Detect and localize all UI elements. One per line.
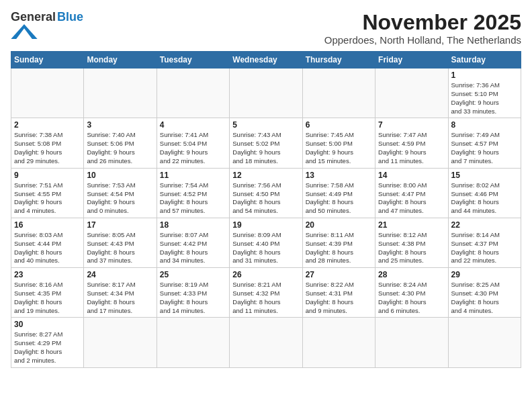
day-info: Sunrise: 8:11 AM Sunset: 4:39 PM Dayligh…: [306, 231, 372, 265]
day-info: Sunrise: 7:58 AM Sunset: 4:49 PM Dayligh…: [306, 181, 372, 216]
logo: General Blue: [11, 11, 83, 39]
calendar-cell: 19Sunrise: 8:09 AM Sunset: 4:40 PM Dayli…: [230, 218, 302, 267]
calendar-week-row: 2Sunrise: 7:38 AM Sunset: 5:08 PM Daylig…: [11, 118, 521, 168]
day-number: 5: [232, 120, 299, 130]
day-number: 22: [451, 220, 518, 230]
calendar-cell: 30Sunrise: 8:27 AM Sunset: 4:29 PM Dayli…: [11, 318, 84, 367]
calendar-cell: 20Sunrise: 8:11 AM Sunset: 4:39 PM Dayli…: [302, 218, 375, 267]
calendar-week-row: 16Sunrise: 8:03 AM Sunset: 4:44 PM Dayli…: [11, 218, 521, 267]
calendar-cell: 25Sunrise: 8:19 AM Sunset: 4:33 PM Dayli…: [157, 268, 229, 318]
day-number: 23: [14, 270, 81, 279]
calendar-cell: 2Sunrise: 7:38 AM Sunset: 5:08 PM Daylig…: [11, 118, 84, 168]
calendar-cell: 15Sunrise: 8:02 AM Sunset: 4:46 PM Dayli…: [448, 168, 521, 218]
logo-text-general: General: [11, 11, 56, 23]
day-info: Sunrise: 8:09 AM Sunset: 4:40 PM Dayligh…: [232, 231, 299, 265]
day-info: Sunrise: 8:25 AM Sunset: 4:30 PM Dayligh…: [451, 281, 518, 315]
calendar-cell: 6Sunrise: 7:45 AM Sunset: 5:00 PM Daylig…: [302, 118, 375, 168]
day-info: Sunrise: 8:21 AM Sunset: 4:32 PM Dayligh…: [232, 281, 299, 315]
day-number: 1: [451, 71, 518, 80]
calendar-cell: 18Sunrise: 8:07 AM Sunset: 4:42 PM Dayli…: [157, 218, 229, 267]
day-number: 8: [451, 120, 518, 130]
day-number: 9: [14, 171, 81, 180]
day-info: Sunrise: 7:51 AM Sunset: 4:55 PM Dayligh…: [14, 181, 81, 216]
day-number: 15: [451, 171, 518, 180]
calendar-cell: [157, 318, 229, 367]
day-number: 2: [14, 120, 81, 130]
calendar-cell: 17Sunrise: 8:05 AM Sunset: 4:43 PM Dayli…: [84, 218, 157, 267]
weekday-header-saturday: Saturday: [448, 52, 521, 68]
day-info: Sunrise: 7:54 AM Sunset: 4:52 PM Dayligh…: [160, 181, 226, 216]
day-number: 10: [87, 171, 153, 180]
calendar-cell: [302, 68, 375, 118]
day-number: 6: [306, 120, 372, 130]
day-number: 18: [160, 220, 226, 230]
day-number: 7: [378, 120, 445, 130]
day-info: Sunrise: 7:41 AM Sunset: 5:04 PM Dayligh…: [160, 131, 226, 165]
day-info: Sunrise: 8:22 AM Sunset: 4:31 PM Dayligh…: [306, 281, 372, 315]
calendar-cell: [84, 68, 157, 118]
day-info: Sunrise: 7:53 AM Sunset: 4:54 PM Dayligh…: [87, 181, 153, 216]
calendar-cell: [230, 68, 302, 118]
day-info: Sunrise: 8:24 AM Sunset: 4:30 PM Dayligh…: [378, 281, 445, 315]
calendar-cell: 3Sunrise: 7:40 AM Sunset: 5:06 PM Daylig…: [84, 118, 157, 168]
day-info: Sunrise: 8:17 AM Sunset: 4:34 PM Dayligh…: [87, 281, 153, 315]
weekday-header-monday: Monday: [84, 52, 157, 68]
page-header: General Blue November 2025 Opperdoes, No…: [11, 11, 521, 46]
calendar-cell: [157, 68, 229, 118]
calendar-cell: 4Sunrise: 7:41 AM Sunset: 5:04 PM Daylig…: [157, 118, 229, 168]
calendar-cell: 7Sunrise: 7:47 AM Sunset: 4:59 PM Daylig…: [375, 118, 448, 168]
calendar-cell: 16Sunrise: 8:03 AM Sunset: 4:44 PM Dayli…: [11, 218, 84, 267]
calendar-cell: [302, 318, 375, 367]
day-number: 29: [451, 270, 518, 279]
calendar-cell: 28Sunrise: 8:24 AM Sunset: 4:30 PM Dayli…: [375, 268, 448, 318]
day-number: 16: [14, 220, 81, 230]
day-info: Sunrise: 8:03 AM Sunset: 4:44 PM Dayligh…: [14, 231, 81, 265]
logo-text-blue: Blue: [57, 11, 83, 23]
day-info: Sunrise: 7:43 AM Sunset: 5:02 PM Dayligh…: [232, 131, 299, 165]
calendar-week-row: 30Sunrise: 8:27 AM Sunset: 4:29 PM Dayli…: [11, 318, 521, 367]
weekday-header-thursday: Thursday: [302, 52, 375, 68]
day-number: 3: [87, 120, 153, 130]
location-title: Opperdoes, North Holland, The Netherland…: [324, 34, 521, 46]
month-title: November 2025: [324, 11, 521, 34]
calendar-cell: [375, 68, 448, 118]
weekday-header-tuesday: Tuesday: [157, 52, 229, 68]
calendar-cell: 22Sunrise: 8:14 AM Sunset: 4:37 PM Dayli…: [448, 218, 521, 267]
day-number: 19: [232, 220, 299, 230]
calendar-cell: 10Sunrise: 7:53 AM Sunset: 4:54 PM Dayli…: [84, 168, 157, 218]
day-number: 13: [306, 171, 372, 180]
day-info: Sunrise: 8:14 AM Sunset: 4:37 PM Dayligh…: [451, 231, 518, 265]
day-number: 14: [378, 171, 445, 180]
day-info: Sunrise: 8:00 AM Sunset: 4:47 PM Dayligh…: [378, 181, 445, 216]
calendar-cell: [375, 318, 448, 367]
calendar-cell: 11Sunrise: 7:54 AM Sunset: 4:52 PM Dayli…: [157, 168, 229, 218]
calendar-cell: 24Sunrise: 8:17 AM Sunset: 4:34 PM Dayli…: [84, 268, 157, 318]
calendar-cell: 27Sunrise: 8:22 AM Sunset: 4:31 PM Dayli…: [302, 268, 375, 318]
calendar-cell: [84, 318, 157, 367]
day-number: 28: [378, 270, 445, 279]
calendar-cell: 12Sunrise: 7:56 AM Sunset: 4:50 PM Dayli…: [230, 168, 302, 218]
day-info: Sunrise: 7:56 AM Sunset: 4:50 PM Dayligh…: [232, 181, 299, 216]
day-number: 27: [306, 270, 372, 279]
title-block: November 2025 Opperdoes, North Holland, …: [324, 11, 521, 46]
day-info: Sunrise: 7:40 AM Sunset: 5:06 PM Dayligh…: [87, 131, 153, 165]
calendar-cell: 1Sunrise: 7:36 AM Sunset: 5:10 PM Daylig…: [448, 68, 521, 118]
calendar-table: SundayMondayTuesdayWednesdayThursdayFrid…: [11, 51, 521, 368]
calendar-cell: 13Sunrise: 7:58 AM Sunset: 4:49 PM Dayli…: [302, 168, 375, 218]
calendar-cell: 21Sunrise: 8:12 AM Sunset: 4:38 PM Dayli…: [375, 218, 448, 267]
day-info: Sunrise: 8:05 AM Sunset: 4:43 PM Dayligh…: [87, 231, 153, 265]
day-info: Sunrise: 8:27 AM Sunset: 4:29 PM Dayligh…: [14, 330, 81, 365]
day-info: Sunrise: 7:38 AM Sunset: 5:08 PM Dayligh…: [14, 131, 81, 165]
calendar-cell: 23Sunrise: 8:16 AM Sunset: 4:35 PM Dayli…: [11, 268, 84, 318]
day-number: 24: [87, 270, 153, 279]
day-info: Sunrise: 7:47 AM Sunset: 4:59 PM Dayligh…: [378, 131, 445, 165]
day-number: 4: [160, 120, 226, 130]
calendar-week-row: 23Sunrise: 8:16 AM Sunset: 4:35 PM Dayli…: [11, 268, 521, 318]
weekday-header-wednesday: Wednesday: [230, 52, 302, 68]
day-number: 11: [160, 171, 226, 180]
day-info: Sunrise: 7:36 AM Sunset: 5:10 PM Dayligh…: [451, 81, 518, 116]
calendar-cell: 9Sunrise: 7:51 AM Sunset: 4:55 PM Daylig…: [11, 168, 84, 218]
calendar-cell: 29Sunrise: 8:25 AM Sunset: 4:30 PM Dayli…: [448, 268, 521, 318]
calendar-cell: [230, 318, 302, 367]
logo-icon: [11, 24, 38, 39]
